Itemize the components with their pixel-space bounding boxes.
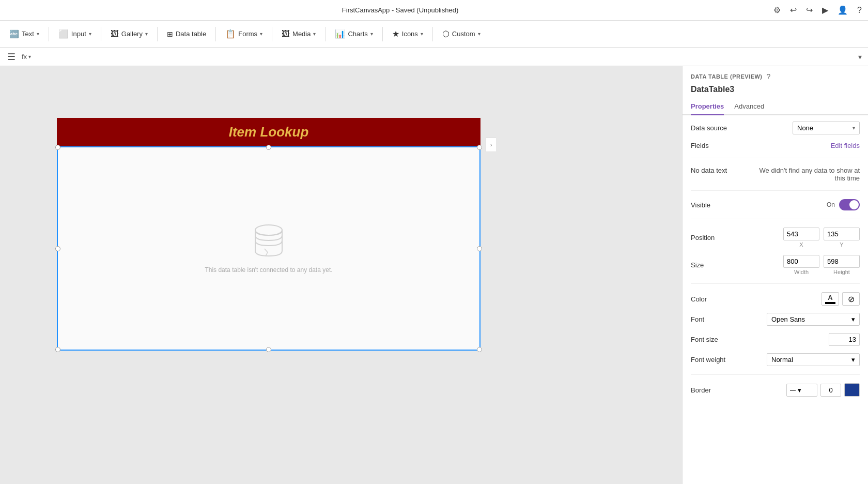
- toolbar-item-forms[interactable]: 📋 Forms ▾: [220, 26, 268, 42]
- data-source-dropdown[interactable]: None ▾: [793, 122, 860, 134]
- fill-color-swatch[interactable]: ⊘: [842, 292, 860, 306]
- diagnostics-icon[interactable]: ⚙: [773, 5, 781, 15]
- size-height-input[interactable]: [824, 255, 860, 268]
- custom-icon: ⬡: [442, 29, 450, 39]
- edit-fields-link[interactable]: Edit fields: [831, 142, 860, 149]
- resize-handle-top-left[interactable]: [55, 145, 60, 150]
- visible-label: Visible: [691, 201, 742, 209]
- no-data-text-row: No data text We didn't find any data to …: [691, 167, 860, 182]
- charts-label: Charts: [348, 30, 367, 38]
- toolbar: 🔤 Text ▾ ⬜ Input ▾ 🖼 Gallery ▾ ⊞ Data ta…: [0, 21, 868, 48]
- formula-expand-icon[interactable]: ▾: [856, 53, 864, 61]
- toolbar-item-icons[interactable]: ★ Icons ▾: [387, 26, 428, 42]
- toolbar-item-text[interactable]: 🔤 Text ▾: [4, 26, 44, 42]
- formula-label[interactable]: fx ▾: [22, 53, 31, 61]
- main-area: Item Lookup: [0, 66, 868, 484]
- font-dropdown[interactable]: Open Sans ▾: [767, 313, 860, 326]
- toolbar-item-charts[interactable]: 📊 Charts ▾: [330, 26, 378, 42]
- charts-chevron: ▾: [370, 31, 373, 37]
- resize-handle-top-center[interactable]: [266, 145, 271, 150]
- svg-line-1: [265, 249, 268, 252]
- datatable-icon: ⊞: [167, 30, 173, 38]
- size-width-input[interactable]: [783, 255, 819, 268]
- data-source-chevron: ▾: [853, 125, 855, 131]
- size-width-wrapper: Width: [783, 255, 819, 275]
- text-color-bar: [825, 302, 835, 304]
- tab-advanced[interactable]: Advanced: [734, 99, 764, 115]
- separator-7: [382, 27, 383, 41]
- resize-handle-middle-right[interactable]: [477, 246, 482, 251]
- text-color-swatch[interactable]: A: [822, 292, 839, 306]
- app-title: FirstCanvasApp - Saved (Unpublished): [342, 6, 458, 14]
- play-icon[interactable]: ▶: [822, 5, 828, 15]
- font-weight-chevron: ▾: [851, 356, 855, 364]
- data-table-component[interactable]: This data table isn't connected to any d…: [57, 146, 481, 351]
- border-style-dropdown[interactable]: — ▾: [786, 384, 817, 397]
- right-panel: DATA TABLE (PREVIEW) ? DataTable3 Proper…: [682, 66, 868, 484]
- border-width-input[interactable]: [820, 384, 841, 397]
- help-icon[interactable]: ?: [857, 6, 862, 15]
- gallery-chevron: ▾: [145, 31, 148, 37]
- formula-chevron: ▾: [28, 54, 31, 59]
- position-x-input[interactable]: [783, 228, 819, 240]
- position-inputs: X Y: [783, 228, 860, 248]
- toolbar-item-media[interactable]: 🖼 Media ▾: [276, 26, 321, 42]
- toolbar-item-datatable[interactable]: ⊞ Data table: [162, 27, 211, 41]
- tab-properties[interactable]: Properties: [691, 99, 724, 115]
- font-weight-row: Font weight Normal ▾: [691, 353, 860, 366]
- resize-handle-bottom-left[interactable]: [55, 347, 60, 352]
- media-chevron: ▾: [313, 31, 316, 37]
- visible-row: Visible On: [691, 199, 860, 210]
- hamburger-menu[interactable]: ☰: [4, 51, 19, 63]
- media-icon: 🖼: [282, 29, 290, 39]
- toggle-on-label: On: [827, 201, 835, 208]
- font-weight-value: Normal: [771, 356, 793, 364]
- separator-3: [157, 27, 158, 41]
- text-chevron: ▾: [37, 31, 39, 37]
- toolbar-item-input[interactable]: ⬜ Input ▾: [53, 26, 97, 42]
- size-height-wrapper: Height: [824, 255, 860, 275]
- panel-help-icon[interactable]: ?: [767, 72, 771, 81]
- separator-4: [215, 27, 216, 41]
- position-x-wrapper: X: [783, 228, 819, 248]
- resize-handle-middle-left[interactable]: [55, 246, 60, 251]
- input-label: Input: [71, 30, 86, 38]
- panel-component-name: DataTable3: [683, 83, 868, 99]
- fill-color-icon: ⊘: [848, 294, 855, 304]
- size-width-label: Width: [794, 269, 809, 275]
- divider-5: [691, 374, 860, 375]
- undo-icon[interactable]: ↩: [790, 5, 797, 15]
- border-style-line: —: [790, 387, 796, 393]
- panel-collapse-button[interactable]: ›: [486, 138, 496, 152]
- redo-icon[interactable]: ↪: [806, 5, 813, 15]
- forms-chevron: ▾: [260, 31, 262, 37]
- font-label: Font: [691, 315, 742, 323]
- resize-handle-bottom-center[interactable]: [266, 347, 271, 352]
- size-inputs: Width Height: [783, 255, 860, 275]
- position-label: Position: [691, 234, 742, 241]
- item-lookup-title: Item Lookup: [229, 124, 309, 140]
- account-icon[interactable]: 👤: [838, 5, 848, 15]
- custom-chevron: ▾: [478, 31, 481, 37]
- no-data-text-value: We didn't find any data to show at this …: [756, 167, 860, 182]
- color-row: Color A ⊘: [691, 292, 860, 306]
- panel-header-title: DATA TABLE (PREVIEW): [691, 73, 763, 80]
- border-color-swatch[interactable]: [844, 383, 860, 397]
- formula-input[interactable]: [34, 50, 853, 64]
- data-table-empty-state: This data table isn't connected to any d…: [58, 147, 479, 350]
- font-weight-label: Font weight: [691, 356, 742, 364]
- resize-handle-bottom-right[interactable]: [477, 347, 482, 352]
- position-y-input[interactable]: [824, 228, 860, 240]
- divider-4: [691, 283, 860, 284]
- separator-2: [101, 27, 101, 41]
- data-source-value: None: [797, 124, 813, 132]
- visible-toggle[interactable]: [839, 199, 860, 210]
- separator-6: [325, 27, 326, 41]
- toolbar-item-custom[interactable]: ⬡ Custom ▾: [437, 26, 486, 42]
- empty-state-text: This data table isn't connected to any d…: [205, 266, 332, 274]
- toolbar-item-gallery[interactable]: 🖼 Gallery ▾: [105, 26, 153, 42]
- no-data-text-label: No data text: [691, 167, 742, 174]
- resize-handle-top-right[interactable]: [477, 145, 482, 150]
- font-weight-dropdown[interactable]: Normal ▾: [767, 353, 860, 366]
- font-size-input[interactable]: [829, 333, 860, 346]
